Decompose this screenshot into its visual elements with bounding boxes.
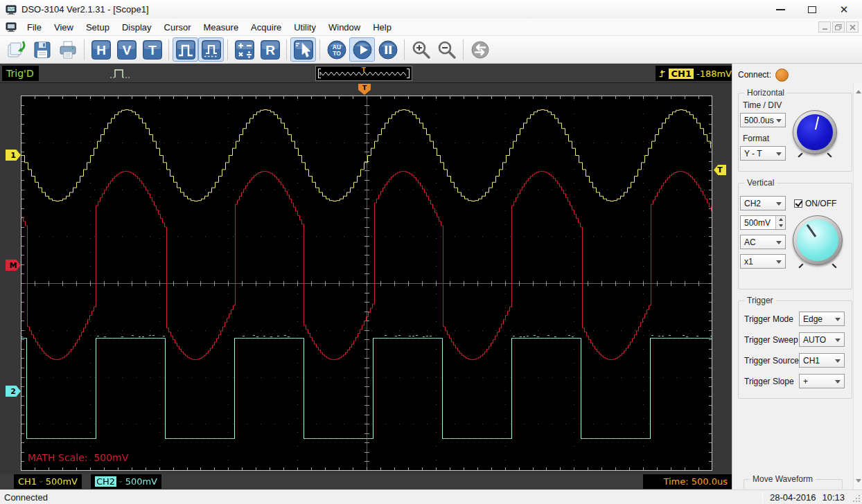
close-button[interactable]: ✕	[838, 5, 850, 15]
svg-text:AU: AU	[332, 43, 340, 50]
ch2-zero-marker[interactable]: 2	[6, 386, 21, 397]
connect-indicator[interactable]	[775, 69, 789, 82]
window-title: DSO-3104 Ver2.1.31 - [Scope1]	[21, 4, 149, 15]
toolbar-separator	[286, 39, 287, 60]
trigger-source-label: Trigger Source	[744, 356, 799, 366]
trigger-source-badge: CH1	[669, 69, 693, 79]
math-zero-marker[interactable]: M	[6, 260, 21, 271]
mdi-close-button[interactable]	[846, 21, 859, 33]
ch1-info-badge: CH1 500mV	[14, 474, 82, 489]
cursor-button[interactable]	[290, 37, 316, 62]
math-button[interactable]	[231, 37, 257, 62]
horizontal-knob[interactable]	[793, 110, 837, 154]
pulse1-button[interactable]	[173, 37, 198, 62]
swap-icon	[470, 39, 491, 60]
scope-status-bar: Trig'D CH1 -188mV	[0, 64, 732, 83]
auto-button[interactable]: AUTO	[324, 37, 349, 62]
print-button[interactable]	[55, 37, 80, 62]
open-icon	[6, 39, 27, 60]
onoff-label: ON/OFF	[805, 199, 836, 208]
menu-item-acquire[interactable]: Acquire	[245, 20, 288, 35]
zoom-out-button[interactable]	[434, 37, 459, 62]
trigger-position-marker[interactable]: T	[358, 84, 371, 95]
vertical-group: Vertical CH2 ON/OFF 500mV AC x1	[738, 183, 852, 289]
connect-label: Connect:	[738, 70, 771, 80]
pulse2-button[interactable]	[198, 37, 224, 62]
trigger-sweep-select[interactable]: AUTO	[799, 332, 845, 347]
toolbar-separator	[404, 39, 405, 60]
toolbar-separator	[227, 39, 228, 60]
save-button[interactable]	[29, 37, 55, 62]
trigger-source-select[interactable]: CH1	[799, 353, 845, 368]
play-icon	[352, 39, 373, 60]
t-button[interactable]: T	[139, 37, 165, 62]
trigger-mode-select[interactable]: Edge	[799, 312, 845, 326]
menu-item-measure[interactable]: Measure	[197, 20, 245, 35]
auto-icon: AUTO	[326, 39, 347, 60]
volts-div-stepper[interactable]: 500mV	[740, 215, 786, 230]
trigger-mode-label: Trigger Mode	[744, 314, 799, 324]
menu-item-window[interactable]: Window	[322, 20, 367, 35]
trigger-info-badge: CH1 -188mV	[656, 66, 732, 81]
document-icon	[6, 21, 17, 33]
play-button[interactable]	[349, 37, 375, 62]
menu-bar: FileViewSetupDisplayCursorMeasureAcquire…	[0, 19, 862, 36]
resize-grip[interactable]	[852, 494, 861, 503]
math-icon	[234, 39, 255, 60]
print-icon	[58, 39, 78, 60]
r-button[interactable]: R	[257, 37, 283, 62]
zoom-in-button[interactable]	[408, 37, 434, 62]
pause-button[interactable]	[375, 37, 401, 62]
pulse1-icon	[175, 39, 196, 60]
control-panel: Connect: Horizontal Time / DIV 500.0us F…	[732, 64, 862, 489]
r-icon: R	[260, 39, 281, 60]
vertical-knob[interactable]	[793, 215, 843, 265]
trigger-slope-select[interactable]: +	[799, 374, 845, 388]
graticule[interactable]	[21, 96, 712, 471]
format-label: Format	[743, 134, 769, 143]
h-button[interactable]: H	[88, 37, 114, 62]
onoff-checkbox[interactable]	[794, 199, 802, 208]
svg-text:R: R	[265, 43, 275, 57]
menu-item-view[interactable]: View	[48, 20, 80, 35]
waveform-preview[interactable]	[315, 66, 412, 81]
swap-button[interactable]	[467, 37, 493, 62]
scroll-down-icon[interactable]	[856, 479, 861, 485]
panel-scrollbar[interactable]	[853, 83, 862, 489]
channel-select[interactable]: CH2	[740, 196, 786, 210]
datetime: 28-04-201610:13	[763, 492, 852, 503]
format-select[interactable]: Y - T	[740, 146, 786, 161]
menu-item-display[interactable]: Display	[116, 20, 158, 35]
menu-item-file[interactable]: File	[21, 20, 48, 35]
trigger-slope-label: Trigger Slope	[744, 377, 799, 386]
cursor-icon	[293, 39, 314, 60]
scroll-up-icon[interactable]	[856, 87, 861, 93]
status-bar: Connected 28-04-201610:13	[0, 489, 862, 504]
horizontal-group: Horizontal Time / DIV 500.0us Format Y -…	[738, 93, 852, 172]
time-div-select[interactable]: 500.0us	[740, 113, 786, 127]
trigger-sweep-label: Trigger Sweep	[744, 335, 799, 345]
menu-item-cursor[interactable]: Cursor	[158, 20, 197, 35]
sine-coupling-icon	[119, 478, 123, 485]
menu-item-setup[interactable]: Setup	[80, 20, 116, 35]
toolbar-separator	[84, 39, 85, 60]
ch2-info-badge: CH2 500mV	[91, 474, 161, 489]
mdi-restore-button[interactable]	[832, 21, 845, 33]
v-button[interactable]: V	[114, 37, 139, 62]
minimize-button[interactable]	[775, 5, 786, 15]
trigger-level-marker[interactable]: T	[714, 165, 726, 175]
probe-select[interactable]: x1	[740, 254, 786, 269]
maximize-button[interactable]	[807, 5, 818, 15]
ch1-zero-marker[interactable]: 1	[6, 150, 21, 161]
toolbar: HVTRAUTO	[0, 36, 862, 64]
svg-text:T: T	[148, 43, 157, 57]
open-button[interactable]	[3, 37, 29, 62]
menu-item-utility[interactable]: Utility	[288, 20, 322, 35]
trigger-group: Trigger Trigger ModeEdgeTrigger SweepAUT…	[738, 300, 852, 399]
coupling-select[interactable]: AC	[740, 235, 786, 249]
mdi-minimize-button[interactable]	[818, 21, 831, 33]
trigger-status-badge: Trig'D	[2, 66, 39, 81]
pulse-indicator-icon	[108, 66, 137, 81]
menu-item-help[interactable]: Help	[367, 20, 398, 35]
scope-display-area: Trig'D CH1 -188mV	[0, 64, 732, 489]
